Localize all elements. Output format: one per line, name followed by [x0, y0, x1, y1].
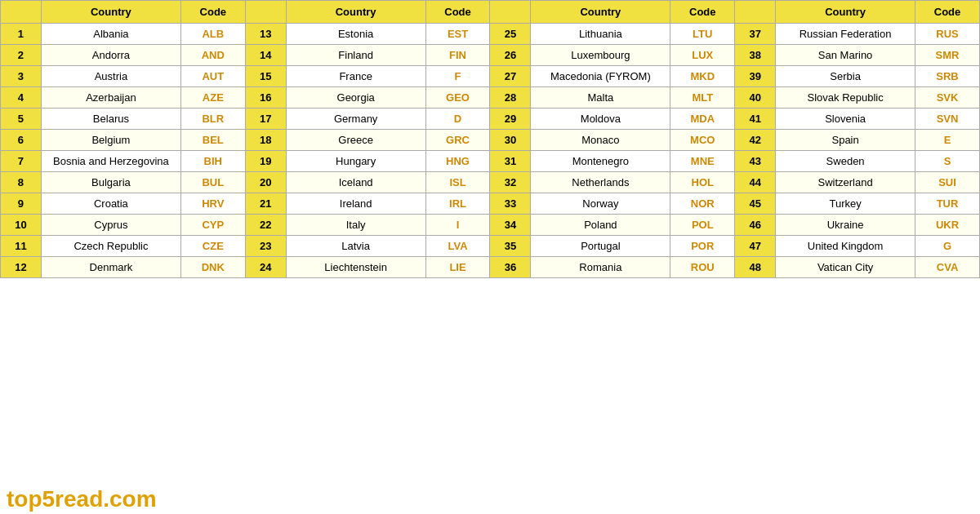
table-row: 2AndorraAND14FinlandFIN26LuxembourgLUX38… — [1, 45, 980, 66]
table-row: 5BelarusBLR17GermanyD29MoldovaMDA41Slove… — [1, 109, 980, 130]
table-row: 8BulgariaBUL20IcelandISL32NetherlandsHOL… — [1, 172, 980, 193]
table-row: 9CroatiaHRV21IrelandIRL33NorwayNOR45Turk… — [1, 193, 980, 215]
header-country1: Country — [41, 1, 180, 24]
header-num4 — [735, 1, 776, 24]
table-row: 1AlbaniaALB13EstoniaEST25LithuaniaLTU37R… — [1, 24, 980, 45]
country-codes-table: Country Code Country Code Country Code C… — [0, 0, 980, 278]
table-row: 11Czech RepublicCZE23LatviaLVA35Portugal… — [1, 236, 980, 257]
watermark: top5read.com — [0, 485, 163, 514]
table-row: 12DenmarkDNK24LiechtensteinLIE36RomaniaR… — [1, 257, 980, 278]
header-code3: Code — [670, 1, 735, 24]
table-row: 3AustriaAUT15FranceF27Macedonia (FYROM)M… — [1, 66, 980, 87]
header-country2: Country — [286, 1, 425, 24]
header-country4: Country — [776, 1, 915, 24]
table-row: 4AzerbaijanAZE16GeorgiaGEO28MaltaMLT40Sl… — [1, 87, 980, 109]
header-num1 — [1, 1, 42, 24]
header-code2: Code — [425, 1, 490, 24]
header-num3 — [490, 1, 531, 24]
table-row: 6BelgiumBEL18GreeceGRC30MonacoMCO42Spain… — [1, 130, 980, 151]
header-code1: Code — [180, 1, 245, 24]
table-row: 10CyprusCYP22ItalyI34PolandPOL46UkraineU… — [1, 215, 980, 236]
header-num2 — [245, 1, 286, 24]
header-code4: Code — [915, 1, 980, 24]
header-country3: Country — [531, 1, 670, 24]
table-row: 7Bosnia and HerzegovinaBIH19HungaryHNG31… — [1, 151, 980, 172]
